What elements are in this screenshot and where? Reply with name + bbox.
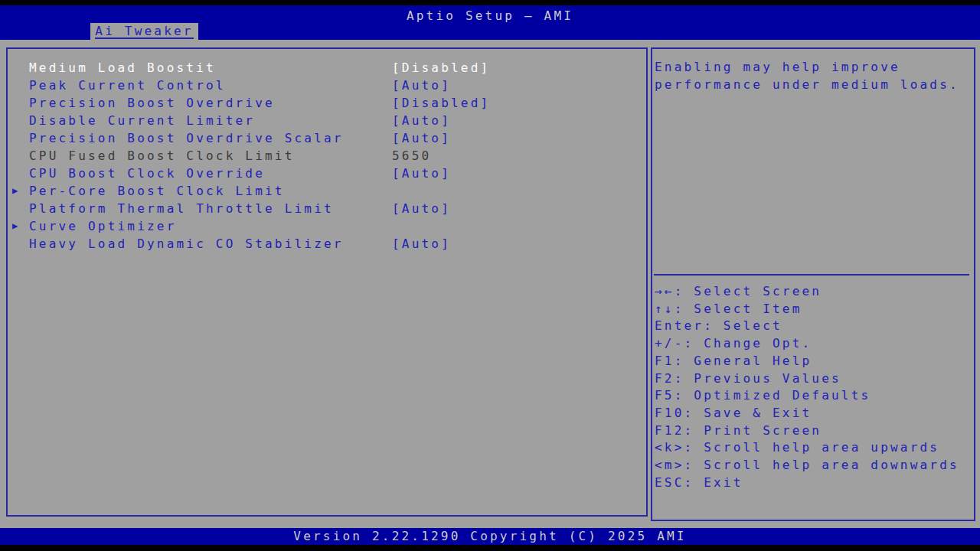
menu-item[interactable]: ▶Curve Optimizer <box>8 217 646 235</box>
version-bar: Version 2.22.1290 Copyright (C) 2025 AMI <box>0 528 980 545</box>
menu-item[interactable]: Disable Current Limiter[Auto] <box>8 112 646 129</box>
key-legend: →←: Select Screen↑↓: Select ItemEnter: S… <box>655 283 972 491</box>
legend-row: <m>: Scroll help area downwards <box>655 457 972 474</box>
legend-row: F10: Save & Exit <box>655 405 972 422</box>
menu-item-value: [Auto] <box>392 200 451 217</box>
menu-item-value: [Auto] <box>392 235 451 253</box>
menu-item-label: Precision Boost Overdrive Scalar <box>29 131 344 145</box>
menu-item-label: Per-Core Boost Clock Limit <box>29 184 285 198</box>
menu-item-value: [Disabled] <box>392 94 490 112</box>
version-text: Version 2.22.1290 Copyright (C) 2025 AMI <box>293 529 686 543</box>
legend-row: F1: General Help <box>655 353 972 370</box>
app-title: Aptio Setup – AMI <box>0 8 980 23</box>
help-panel: Enabling may help improve performance un… <box>651 47 975 521</box>
tab-ai-tweaker[interactable]: Ai Tweaker <box>90 23 198 40</box>
menu-item[interactable]: ▶Per-Core Boost Clock Limit <box>8 182 646 200</box>
menu-item-label: Heavy Load Dynamic CO Stabilizer <box>29 236 344 251</box>
help-text: Enabling may help improve performance un… <box>655 58 970 93</box>
menu-item[interactable]: Platform Thermal Throttle Limit[Auto] <box>8 200 646 217</box>
legend-row: Enter: Select <box>655 318 972 335</box>
legend-row: ↑↓: Select Item <box>655 301 972 318</box>
menu-item-value: [Auto] <box>392 165 451 182</box>
legend-row: →←: Select Screen <box>655 283 972 301</box>
menu-item-label: CPU Boost Clock Override <box>29 166 265 181</box>
title-bar: Aptio Setup – AMI Ai Tweaker <box>0 5 980 40</box>
menu-item[interactable]: Heavy Load Dynamic CO Stabilizer[Auto] <box>8 235 646 253</box>
menu-list: Medium Load Boostit[Disabled]Peak Curren… <box>8 59 646 253</box>
menu-item-label: Precision Boost Overdrive <box>29 96 275 110</box>
legend-row: +/-: Change Opt. <box>655 335 972 353</box>
menu-item[interactable]: CPU Boost Clock Override[Auto] <box>8 165 646 182</box>
tab-label: Ai Tweaker <box>95 24 193 39</box>
menu-item-value: [Auto] <box>392 77 451 94</box>
menu-item-label: Medium Load Boostit <box>29 60 216 75</box>
menu-item[interactable]: Medium Load Boostit[Disabled] <box>8 59 646 77</box>
help-divider <box>654 274 969 276</box>
settings-panel: Medium Load Boostit[Disabled]Peak Curren… <box>6 47 648 517</box>
submenu-arrow-icon: ▶ <box>12 182 18 200</box>
top-black-strip <box>0 0 980 5</box>
legend-row: F12: Print Screen <box>655 422 972 440</box>
submenu-arrow-icon: ▶ <box>12 217 18 235</box>
menu-item-value: [Auto] <box>392 129 451 147</box>
menu-item-label: Curve Optimizer <box>29 219 177 233</box>
legend-row: ESC: Exit <box>655 474 972 492</box>
menu-item-label: CPU Fused Boost Clock Limit <box>29 148 295 163</box>
legend-row: F5: Optimized Defaults <box>655 387 972 405</box>
menu-item[interactable]: Precision Boost Overdrive[Disabled] <box>8 94 646 112</box>
legend-row: F2: Previous Values <box>655 370 972 388</box>
menu-item-label: Platform Thermal Throttle Limit <box>29 201 334 216</box>
bottom-black-strip <box>0 545 980 551</box>
menu-item[interactable]: Precision Boost Overdrive Scalar[Auto] <box>8 129 646 147</box>
legend-row: <k>: Scroll help area upwards <box>655 439 972 457</box>
menu-item-label: Disable Current Limiter <box>29 113 255 128</box>
menu-item-value: [Disabled] <box>392 59 490 77</box>
menu-item[interactable]: Peak Current Control[Auto] <box>8 77 646 94</box>
menu-item-value: [Auto] <box>392 112 451 129</box>
menu-item[interactable]: CPU Fused Boost Clock Limit5650 <box>8 147 646 165</box>
menu-item-value: 5650 <box>392 147 431 165</box>
menu-item-label: Peak Current Control <box>29 78 226 93</box>
